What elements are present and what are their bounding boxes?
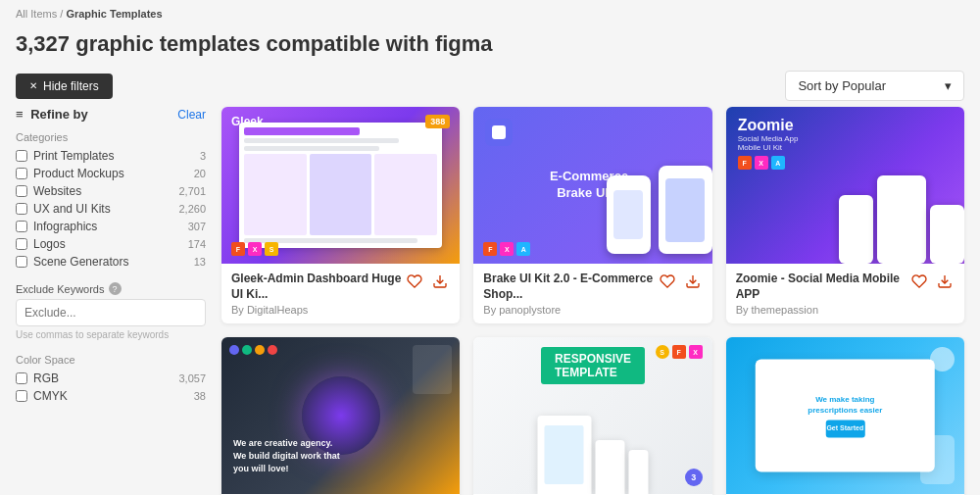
hide-filters-button[interactable]: ✕ Hide filters bbox=[16, 74, 113, 99]
product-card: We make takingprescriptions easier Get S… bbox=[726, 337, 964, 495]
filter-checkbox[interactable] bbox=[16, 256, 27, 268]
filter-checkbox-label[interactable]: UX and UI Kits bbox=[16, 202, 111, 216]
exclude-hint: Use commas to separate keywords bbox=[16, 329, 206, 340]
filter-label: Product Mockups bbox=[33, 167, 124, 180]
help-icon: ? bbox=[109, 282, 122, 295]
download-button[interactable] bbox=[683, 272, 703, 294]
product-meta: Brake UI Kit 2.0 - E-Commerce Shop... By… bbox=[483, 272, 657, 316]
product-card: We are creative agency.We build digital … bbox=[221, 337, 460, 495]
product-meta: Gleek-Admin Dashboard Huge UI Ki... By D… bbox=[231, 272, 405, 316]
refine-label: ≡ Refine by bbox=[16, 107, 88, 122]
chevron-down-icon: ▾ bbox=[945, 78, 952, 93]
sort-label: Sort by Popular bbox=[798, 78, 886, 93]
filter-checkbox[interactable] bbox=[16, 203, 27, 215]
hide-filters-label: Hide filters bbox=[43, 79, 99, 93]
product-thumbnail[interactable]: Gleek 388 F X S bbox=[221, 107, 460, 264]
product-thumbnail[interactable]: We are creative agency.We build digital … bbox=[221, 337, 460, 494]
color-label: RGB bbox=[33, 371, 59, 385]
sort-dropdown[interactable]: Sort by Popular ▾ bbox=[785, 71, 964, 101]
color-filter-item: RGB 3,057 bbox=[16, 371, 206, 385]
product-thumbnail[interactable]: Zoomie Social Media AppMobile UI Kit F X… bbox=[726, 107, 964, 264]
filter-checkbox-label[interactable]: Logos bbox=[16, 237, 66, 251]
product-author: By DigitalHeaps bbox=[231, 304, 405, 316]
filter-checkbox-label[interactable]: Scene Generators bbox=[16, 255, 128, 269]
filter-checkbox[interactable] bbox=[16, 221, 27, 232]
heart-icon bbox=[660, 273, 675, 289]
product-card: RESPONSIVETEMPLATE S F X 3 Responsive bbox=[473, 337, 711, 495]
add-to-favorites-button[interactable] bbox=[405, 272, 424, 294]
color-filter-label[interactable]: CMYK bbox=[16, 389, 68, 403]
categories-label: Categories bbox=[16, 131, 206, 143]
filter-item: Print Templates 3 bbox=[16, 149, 206, 163]
breadcrumb-current: Graphic Templates bbox=[66, 8, 162, 20]
download-button[interactable] bbox=[430, 272, 450, 294]
filter-checkbox[interactable] bbox=[16, 150, 27, 162]
download-button[interactable] bbox=[935, 272, 955, 294]
filter-label: Scene Generators bbox=[33, 255, 128, 269]
filter-checkbox-label[interactable]: Product Mockups bbox=[16, 167, 124, 180]
filter-checkbox[interactable] bbox=[16, 168, 27, 179]
color-checkbox[interactable] bbox=[16, 372, 27, 384]
add-to-favorites-button[interactable] bbox=[909, 272, 929, 294]
result-count: 3,327 bbox=[16, 31, 70, 56]
exclude-label: Exclude Keywords ? bbox=[16, 282, 206, 295]
products-grid: Gleek 388 F X S Gleek-Admin Dashboard Hu… bbox=[221, 107, 964, 495]
filter-checkbox[interactable] bbox=[16, 238, 27, 250]
filter-count: 3 bbox=[200, 150, 206, 162]
filter-label: Print Templates bbox=[33, 149, 114, 163]
breadcrumb-all-items[interactable]: All Items bbox=[16, 8, 57, 20]
filter-item: Logos 174 bbox=[16, 237, 206, 251]
heart-icon bbox=[911, 273, 927, 289]
color-filter-item: CMYK 38 bbox=[16, 389, 206, 403]
exclude-input[interactable] bbox=[16, 299, 206, 326]
color-filter-list: RGB 3,057 CMYK 38 bbox=[16, 371, 206, 403]
filter-checkbox-label[interactable]: Infographics bbox=[16, 220, 97, 233]
product-title: Zoomie - Social Media Mobile APP bbox=[736, 272, 909, 302]
toolbar: ✕ Hide filters Sort by Popular ▾ bbox=[0, 65, 980, 107]
filter-item: UX and UI Kits 2,260 bbox=[16, 202, 206, 216]
color-count: 3,057 bbox=[178, 372, 206, 384]
product-thumbnail[interactable]: We make takingprescriptions easier Get S… bbox=[726, 337, 964, 494]
filter-item: Infographics 307 bbox=[16, 220, 206, 233]
product-card: E-Commerce -Brake UI Kit F X A bbox=[473, 107, 711, 323]
add-to-favorites-button[interactable] bbox=[658, 272, 677, 294]
filter-label: Infographics bbox=[33, 220, 97, 233]
heart-icon bbox=[407, 273, 422, 289]
filter-count: 2,701 bbox=[178, 185, 206, 197]
color-label: CMYK bbox=[33, 389, 68, 403]
color-count: 38 bbox=[194, 390, 206, 402]
filter-label: Websites bbox=[33, 184, 81, 198]
filter-count: 307 bbox=[188, 221, 206, 232]
filter-checkbox-label[interactable]: Websites bbox=[16, 184, 81, 198]
product-card: Zoomie Social Media AppMobile UI Kit F X… bbox=[726, 107, 964, 323]
download-icon bbox=[937, 273, 953, 289]
product-title: Gleek-Admin Dashboard Huge UI Ki... bbox=[231, 272, 405, 302]
page-header: 3,327 graphic templates compatible with … bbox=[0, 27, 980, 65]
color-checkbox[interactable] bbox=[16, 390, 27, 402]
product-title: Brake UI Kit 2.0 - E-Commerce Shop... bbox=[483, 272, 657, 302]
download-icon bbox=[432, 273, 448, 289]
product-thumbnail[interactable]: E-Commerce -Brake UI Kit F X A bbox=[473, 107, 711, 264]
product-author: By themepassion bbox=[736, 304, 909, 316]
clear-filters-link[interactable]: Clear bbox=[177, 108, 206, 122]
filter-label: UX and UI Kits bbox=[33, 202, 111, 216]
filter-checkbox[interactable] bbox=[16, 185, 27, 197]
filter-checkbox-label[interactable]: Print Templates bbox=[16, 149, 114, 163]
color-space-section: Color Space RGB 3,057 CMYK 38 bbox=[16, 354, 206, 403]
filter-item: Product Mockups 20 bbox=[16, 167, 206, 180]
filter-item: Websites 2,701 bbox=[16, 184, 206, 198]
product-author: By panoplystore bbox=[483, 304, 657, 316]
filter-label: Logos bbox=[33, 237, 66, 251]
product-thumbnail[interactable]: RESPONSIVETEMPLATE S F X 3 bbox=[473, 337, 711, 494]
x-icon: ✕ bbox=[29, 80, 37, 91]
download-icon bbox=[685, 273, 701, 289]
filter-item: Scene Generators 13 bbox=[16, 255, 206, 269]
product-actions bbox=[909, 272, 955, 294]
product-meta: Zoomie - Social Media Mobile APP By them… bbox=[736, 272, 909, 316]
color-filter-label[interactable]: RGB bbox=[16, 371, 59, 385]
color-space-label: Color Space bbox=[16, 354, 206, 366]
filter-count: 174 bbox=[188, 238, 206, 250]
breadcrumb: All Items / Graphic Templates bbox=[0, 0, 980, 27]
sidebar: ≡ Refine by Clear Categories Print Templ… bbox=[16, 107, 221, 495]
filter-count: 20 bbox=[194, 168, 206, 179]
